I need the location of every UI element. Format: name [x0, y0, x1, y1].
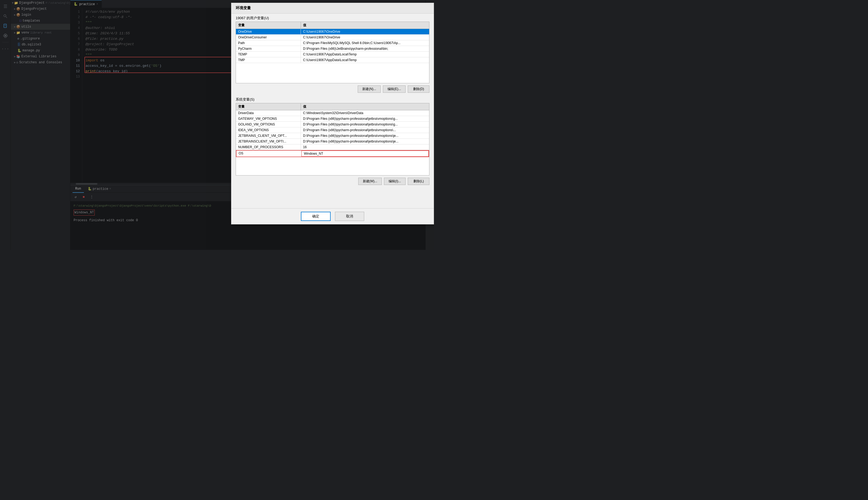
sys-var-os-value: Windows_NT — [302, 151, 429, 157]
sys-var-idea[interactable]: IDEA_VM_OPTIONS D:\Program Files (x86)\p… — [236, 127, 429, 133]
sys-edit-btn[interactable]: 编辑(I)... — [384, 178, 406, 185]
user-col1: 变量 — [236, 22, 301, 29]
sys-var-jetbrains-client[interactable]: JETBRAINS_CLIENT_VM_OPT... D:\Program Fi… — [236, 133, 429, 139]
user-vars-rows: OneDrive C:\Users\19067\OneDrive OneDriv… — [236, 29, 429, 83]
user-var-temp-name: TEMP — [236, 52, 301, 57]
sys-var-gateway[interactable]: GATEWAY_VM_OPTIONS D:\Program Files (x86… — [236, 116, 429, 122]
sys-var-nproc[interactable]: NUMBER_OF_PROCESSORS 16 — [236, 144, 429, 150]
user-var-onedriveconsumer-value: C:\Users\19067\OneDrive — [301, 35, 429, 40]
sys-var-goland-name: GOLAND_VM_OPTIONS — [236, 122, 301, 127]
env-dialog: 环境变量 19067 的用户变量(U) 变量 值 OneDrive C:\Use… — [231, 3, 434, 225]
user-var-onedriveconsumer-name: OneDriveConsumer — [236, 35, 301, 40]
sys-var-goland-value: D:\Program Files (x86)\pycharm-professio… — [301, 122, 429, 127]
user-var-onedrive[interactable]: OneDrive C:\Users\19067\OneDrive — [236, 29, 429, 35]
sys-var-driverdata[interactable]: DriverData C:\Windows\System32\Drivers\D… — [236, 110, 429, 116]
sys-vars-btn-row: 新建(W)... 编辑(I)... 删除(L) — [231, 175, 434, 187]
user-var-onedriveconsumer[interactable]: OneDriveConsumer C:\Users\19067\OneDrive — [236, 35, 429, 40]
user-var-tmp[interactable]: TMP C:\Users\19067\AppData\Local\Temp — [236, 57, 429, 63]
dialog-title: 环境变量 — [231, 3, 434, 13]
sys-var-jetbrainsclient[interactable]: JETBRAINSCLIENT_VM_OPTI... D:\Program Fi… — [236, 139, 429, 144]
confirm-cancel-btn[interactable]: 取消 — [335, 212, 364, 221]
sys-var-jetbrains-client-name: JETBRAINS_CLIENT_VM_OPT... — [236, 133, 301, 138]
user-var-onedrive-name: OneDrive — [236, 29, 301, 34]
sys-var-driverdata-name: DriverData — [236, 110, 301, 116]
sys-var-jetbrainsclient-name: JETBRAINSCLIENT_VM_OPTI... — [236, 139, 301, 144]
sys-var-os[interactable]: OS Windows_NT — [236, 150, 429, 157]
user-var-pycharm-value: D:\Program Files (x86)\JetBrains\pycharm… — [301, 46, 429, 52]
sys-vars-header: 变量 值 — [236, 103, 429, 110]
sys-var-os-name: OS — [236, 151, 302, 157]
sys-var-gateway-name: GATEWAY_VM_OPTIONS — [236, 116, 301, 122]
user-var-path-name: Path — [236, 40, 301, 46]
user-vars-btn-row: 新建(N)... 编辑(E)... 删除(D) — [231, 83, 434, 95]
user-var-path[interactable]: Path C:\Program Files\MySQL\MySQL Shell … — [236, 40, 429, 46]
sys-vars-rows: DriverData C:\Windows\System32\Drivers\D… — [236, 110, 429, 175]
user-vars-header: 变量 值 — [236, 22, 429, 29]
sys-new-btn[interactable]: 新建(W)... — [358, 178, 382, 185]
sys-col2: 值 — [301, 103, 429, 110]
dialog-confirm-row: 确定 取消 — [231, 208, 434, 224]
user-edit-btn[interactable]: 编辑(E)... — [383, 86, 406, 93]
sys-var-goland[interactable]: GOLAND_VM_OPTIONS D:\Program Files (x86)… — [236, 122, 429, 127]
user-vars-table: 变量 值 OneDrive C:\Users\19067\OneDrive On… — [236, 22, 429, 83]
sys-var-idea-value: D:\Program Files (x86)\pycharm-professio… — [301, 127, 429, 133]
user-var-path-value: C:\Program Files\MySQL\MySQL Shell 8.0\b… — [301, 40, 429, 46]
user-var-pycharm[interactable]: PyCharm D:\Program Files (x86)\JetBrains… — [236, 46, 429, 52]
sys-var-jetbrains-client-value: D:\Program Files (x86)\pycharm-professio… — [301, 133, 429, 138]
user-delete-btn[interactable]: 删除(D) — [408, 86, 429, 93]
sys-var-gateway-value: D:\Program Files (x86)\pycharm-professio… — [301, 116, 429, 122]
user-var-temp-value: C:\Users\19067\AppData\Local\Temp — [301, 52, 429, 57]
sys-vars-table: 变量 值 DriverData C:\Windows\System32\Driv… — [236, 103, 429, 175]
user-new-btn[interactable]: 新建(N)... — [358, 86, 381, 93]
user-vars-section-label: 19067 的用户变量(U) — [231, 13, 434, 22]
user-var-temp[interactable]: TEMP C:\Users\19067\AppData\Local\Temp — [236, 52, 429, 57]
user-var-onedrive-value: C:\Users\19067\OneDrive — [301, 29, 429, 34]
confirm-ok-btn[interactable]: 确定 — [301, 212, 331, 221]
sys-delete-btn[interactable]: 删除(L) — [408, 178, 429, 185]
sys-col1: 变量 — [236, 103, 301, 110]
user-var-pycharm-name: PyCharm — [236, 46, 301, 52]
sys-var-jetbrainsclient-value: D:\Program Files (x86)\pycharm-professio… — [301, 139, 429, 144]
user-col2: 值 — [301, 22, 429, 29]
sys-var-driverdata-value: C:\Windows\System32\Drivers\DriverData — [301, 110, 429, 116]
sys-vars-section-label: 系统变量(S) — [231, 95, 434, 103]
dialog-overlay: 环境变量 19067 的用户变量(U) 变量 值 OneDrive C:\Use… — [0, 0, 434, 250]
user-var-tmp-name: TMP — [236, 57, 301, 63]
sys-var-nproc-value: 16 — [301, 144, 429, 150]
sys-var-nproc-name: NUMBER_OF_PROCESSORS — [236, 144, 301, 150]
user-var-tmp-value: C:\Users\19067\AppData\Local\Temp — [301, 57, 429, 63]
sys-var-idea-name: IDEA_VM_OPTIONS — [236, 127, 301, 133]
